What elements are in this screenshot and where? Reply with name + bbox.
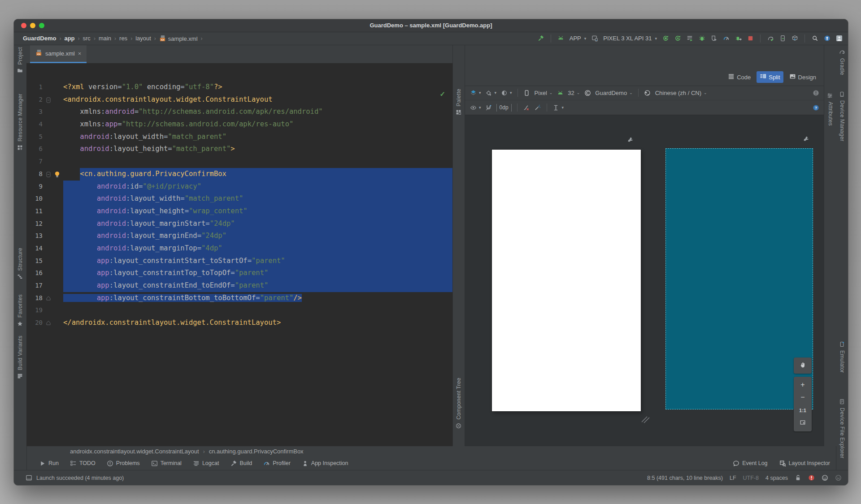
status-utf-8[interactable]: UTF-8 xyxy=(743,475,759,481)
avatar[interactable] xyxy=(835,35,843,42)
toolwindow-button-todo[interactable]: TODO xyxy=(70,460,96,467)
chevron-down-icon[interactable]: ▾ xyxy=(479,90,481,95)
toolwindow-button-event-log[interactable]: Event Log xyxy=(733,460,767,467)
toolwindow-button-app-inspection[interactable]: App Inspection xyxy=(302,460,348,467)
run-tasks-icon[interactable] xyxy=(686,35,693,42)
zoom-in-button[interactable]: + xyxy=(800,381,804,388)
sidebar-item-device-file-explorer[interactable]: Device File Explorer xyxy=(836,398,848,458)
chevron-down-icon[interactable]: ⌄ xyxy=(629,90,633,95)
sidebar-item-palette[interactable]: Palette xyxy=(453,89,465,116)
fold-marker[interactable] xyxy=(43,94,63,106)
layers-icon[interactable] xyxy=(470,89,477,96)
code-line[interactable]: 12 android:layout_marginStart="24dp" xyxy=(26,218,452,230)
xml-breadcrumb-item[interactable]: cn.authing.guard.PrivacyConfirmBox xyxy=(209,448,304,455)
toolwindow-button-terminal[interactable]: Terminal xyxy=(151,460,182,467)
design-surface[interactable]: + − 1:1 xyxy=(465,115,824,446)
frown-icon[interactable] xyxy=(835,474,842,481)
chevron-down-icon[interactable]: ▾ xyxy=(562,105,564,110)
zoom-ratio-button[interactable]: 1:1 xyxy=(799,407,806,414)
breadcrumb-item-src[interactable]: src xyxy=(83,35,91,42)
code-line[interactable]: 19 xyxy=(26,304,452,317)
infer-constraints-icon[interactable] xyxy=(534,104,541,111)
chevron-down-icon[interactable]: ⌄ xyxy=(577,90,580,95)
toolwindow-button-run[interactable]: Run xyxy=(39,460,59,467)
unlock-icon[interactable] xyxy=(795,474,801,481)
wrench-icon[interactable] xyxy=(627,137,634,143)
android-small-icon[interactable] xyxy=(557,89,564,96)
toolwindow-button-logcat[interactable]: Logcat xyxy=(193,460,219,467)
combo-label-pixel[interactable]: Pixel xyxy=(535,90,547,96)
sdk-manager-icon[interactable] xyxy=(791,35,798,42)
status-8-5-491-chars-10-line-breaks-[interactable]: 8:5 (491 chars, 10 line breaks) xyxy=(647,475,723,481)
code-line[interactable]: 10 android:layout_width="match_parent" xyxy=(26,193,452,205)
default-margins-button[interactable]: 0dp xyxy=(496,104,512,112)
code-line[interactable]: 13 android:layout_marginEnd="24dp" xyxy=(26,230,452,242)
code-line[interactable]: 9 android:id="@+id/privacy" xyxy=(26,181,452,193)
code-line[interactable]: 7 xyxy=(26,155,452,168)
code-line[interactable]: 20</androidx.constraintlayout.widget.Con… xyxy=(26,317,452,329)
inspection-ok-icon[interactable]: ✓ xyxy=(439,90,445,98)
issues-icon[interactable] xyxy=(812,89,819,96)
code-line[interactable]: 4 xmlns:app="http://schemas.android.com/… xyxy=(26,118,452,131)
android-head-icon[interactable] xyxy=(557,35,565,42)
profile-app-icon[interactable] xyxy=(710,35,718,42)
pack-icon[interactable] xyxy=(552,104,560,111)
toolwindow-button-profiler[interactable]: Profiler xyxy=(263,460,291,467)
search-everywhere-icon[interactable] xyxy=(811,35,818,42)
combo-label-guarddemo[interactable]: GuardDemo xyxy=(595,90,627,96)
close-tab-icon[interactable]: × xyxy=(78,50,82,57)
phone-small-icon[interactable] xyxy=(523,89,531,96)
autoconnect-icon[interactable] xyxy=(485,104,492,111)
mode-split[interactable]: Split xyxy=(757,71,783,83)
sidebar-item-attributes[interactable]: Attributes xyxy=(824,92,836,126)
code-line[interactable]: 3 xmlns:android="http://schemas.android.… xyxy=(26,106,452,118)
help-icon[interactable]: ? xyxy=(812,104,819,111)
breadcrumb-item-sample-xml[interactable]: <>sample.xml xyxy=(159,35,198,42)
code-line[interactable]: 8 <cn.authing.guard.PrivacyConfirmBox xyxy=(26,168,452,181)
attach-debugger-icon[interactable] xyxy=(735,35,742,42)
code-line[interactable]: 11 android:layout_height="wrap_content" xyxy=(26,205,452,218)
intention-bulb-icon[interactable] xyxy=(53,170,61,178)
profiler-gauge-icon[interactable] xyxy=(722,35,730,42)
toolwindow-button-problems[interactable]: Problems xyxy=(107,460,140,467)
breadcrumb-item-res[interactable]: res xyxy=(119,35,127,42)
tab-sample-xml[interactable]: <> sample.xml × xyxy=(30,45,87,63)
status-lf[interactable]: LF xyxy=(730,475,736,481)
toolbar-label-pixel-3-xl-api-31[interactable]: PIXEL 3 XL API 31 xyxy=(603,35,652,42)
stop-icon[interactable] xyxy=(747,35,754,42)
night-mode-icon[interactable] xyxy=(500,89,508,96)
view-options-icon[interactable] xyxy=(470,104,477,111)
chevron-down-icon[interactable]: ▾ xyxy=(510,90,512,95)
zoom-out-button[interactable]: − xyxy=(800,394,804,401)
chevron-down-icon[interactable]: ▾ xyxy=(655,36,657,41)
code-editor[interactable]: 1<?xml version="1.0" encoding="utf-8"?>2… xyxy=(26,63,452,446)
design-view-device[interactable] xyxy=(492,150,641,411)
code-line[interactable]: 18 app:layout_constraintBottom_toBottomO… xyxy=(26,292,452,305)
theme-icon[interactable] xyxy=(584,89,591,96)
code-line[interactable]: 5 android:layout_width="match_parent" xyxy=(26,131,452,143)
breadcrumb-item-main[interactable]: main xyxy=(99,35,111,42)
sidebar-item-component-tree[interactable]: Component Tree xyxy=(453,378,465,429)
fold-marker[interactable] xyxy=(43,292,63,305)
globe-icon[interactable] xyxy=(644,89,651,96)
code-line[interactable]: 1<?xml version="1.0" encoding="utf-8"?> xyxy=(26,81,452,94)
code-line[interactable]: 14 android:layout_marginTop="4dp" xyxy=(26,242,452,255)
sidebar-item-resource-manager[interactable]: Resource Manager xyxy=(14,94,26,151)
debug-icon[interactable] xyxy=(698,35,705,42)
chevron-down-icon[interactable]: ▾ xyxy=(584,36,587,41)
pan-hand-button[interactable] xyxy=(794,358,812,374)
clear-constraints-icon[interactable] xyxy=(523,104,530,111)
toolbar-label-app[interactable]: APP xyxy=(570,35,581,42)
zoom-to-fit-button[interactable] xyxy=(800,419,806,427)
sidebar-item-structure[interactable]: Structure xyxy=(14,248,26,280)
breadcrumb-item-app[interactable]: app xyxy=(64,35,74,42)
toolwindow-button-layout-inspector[interactable]: Layout Inspector xyxy=(779,460,830,467)
sidebar-item-favorites[interactable]: Favorites xyxy=(14,294,26,327)
sidebar-item-project[interactable]: Project xyxy=(14,47,26,74)
mode-code[interactable]: Code xyxy=(725,71,754,83)
fold-marker[interactable] xyxy=(43,317,63,329)
chevron-down-icon[interactable]: ⌄ xyxy=(704,90,707,95)
chevron-down-icon[interactable]: ▾ xyxy=(495,90,497,95)
device-manager-icon[interactable] xyxy=(779,35,786,42)
code-line[interactable]: 17 app:layout_constraintEnd_toEndOf="par… xyxy=(26,280,452,292)
